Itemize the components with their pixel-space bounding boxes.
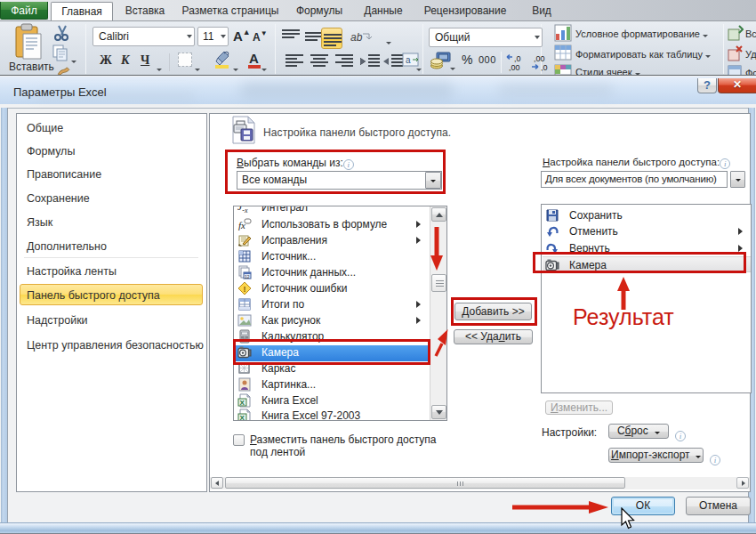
svg-text:,0: ,0 xyxy=(541,63,548,71)
svg-text:,00: ,00 xyxy=(534,54,545,63)
svg-text:12: 12 xyxy=(245,274,250,279)
svg-text:,00: ,00 xyxy=(509,63,520,71)
svg-text:!: ! xyxy=(244,285,246,294)
svg-text:ab: ab xyxy=(350,31,363,44)
svg-text:a: a xyxy=(406,55,411,65)
svg-text:X: X xyxy=(240,414,245,421)
svg-text:X: X xyxy=(240,399,245,407)
svg-text:,0: ,0 xyxy=(514,54,521,63)
